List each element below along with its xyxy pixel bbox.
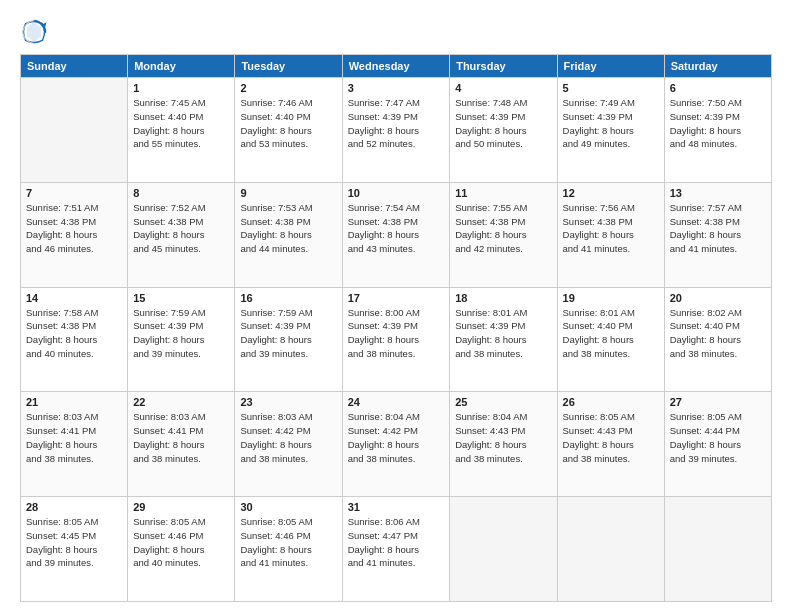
weekday-header: Sunday [21,55,128,78]
calendar-cell: 8Sunrise: 7:52 AMSunset: 4:38 PMDaylight… [128,182,235,287]
weekday-header: Friday [557,55,664,78]
calendar-cell: 21Sunrise: 8:03 AMSunset: 4:41 PMDayligh… [21,392,128,497]
day-number: 19 [563,292,659,304]
day-number: 17 [348,292,445,304]
calendar-cell: 28Sunrise: 8:05 AMSunset: 4:45 PMDayligh… [21,497,128,602]
day-number: 21 [26,396,122,408]
calendar-cell: 26Sunrise: 8:05 AMSunset: 4:43 PMDayligh… [557,392,664,497]
calendar-cell: 18Sunrise: 8:01 AMSunset: 4:39 PMDayligh… [450,287,557,392]
day-info: Sunrise: 8:05 AMSunset: 4:43 PMDaylight:… [563,410,659,465]
calendar-cell: 27Sunrise: 8:05 AMSunset: 4:44 PMDayligh… [664,392,771,497]
calendar-cell: 4Sunrise: 7:48 AMSunset: 4:39 PMDaylight… [450,78,557,183]
day-number: 18 [455,292,551,304]
day-info: Sunrise: 7:58 AMSunset: 4:38 PMDaylight:… [26,306,122,361]
day-number: 22 [133,396,229,408]
day-number: 5 [563,82,659,94]
day-number: 16 [240,292,336,304]
calendar-cell: 7Sunrise: 7:51 AMSunset: 4:38 PMDaylight… [21,182,128,287]
day-number: 13 [670,187,766,199]
calendar-week-row: 28Sunrise: 8:05 AMSunset: 4:45 PMDayligh… [21,497,772,602]
day-info: Sunrise: 7:54 AMSunset: 4:38 PMDaylight:… [348,201,445,256]
calendar-week-row: 21Sunrise: 8:03 AMSunset: 4:41 PMDayligh… [21,392,772,497]
day-number: 26 [563,396,659,408]
weekday-header: Tuesday [235,55,342,78]
day-info: Sunrise: 7:45 AMSunset: 4:40 PMDaylight:… [133,96,229,151]
calendar-cell: 30Sunrise: 8:05 AMSunset: 4:46 PMDayligh… [235,497,342,602]
day-number: 27 [670,396,766,408]
calendar-cell: 29Sunrise: 8:05 AMSunset: 4:46 PMDayligh… [128,497,235,602]
day-number: 14 [26,292,122,304]
day-number: 15 [133,292,229,304]
day-info: Sunrise: 8:05 AMSunset: 4:46 PMDaylight:… [240,515,336,570]
day-info: Sunrise: 7:50 AMSunset: 4:39 PMDaylight:… [670,96,766,151]
calendar-cell: 17Sunrise: 8:00 AMSunset: 4:39 PMDayligh… [342,287,450,392]
day-info: Sunrise: 7:53 AMSunset: 4:38 PMDaylight:… [240,201,336,256]
day-number: 30 [240,501,336,513]
day-info: Sunrise: 8:03 AMSunset: 4:41 PMDaylight:… [133,410,229,465]
calendar-cell [450,497,557,602]
day-number: 12 [563,187,659,199]
day-info: Sunrise: 8:03 AMSunset: 4:41 PMDaylight:… [26,410,122,465]
calendar-cell: 19Sunrise: 8:01 AMSunset: 4:40 PMDayligh… [557,287,664,392]
page: SundayMondayTuesdayWednesdayThursdayFrid… [0,0,792,612]
calendar-body: 1Sunrise: 7:45 AMSunset: 4:40 PMDaylight… [21,78,772,602]
day-number: 4 [455,82,551,94]
day-number: 28 [26,501,122,513]
calendar-cell: 13Sunrise: 7:57 AMSunset: 4:38 PMDayligh… [664,182,771,287]
calendar-cell [557,497,664,602]
day-number: 7 [26,187,122,199]
calendar-cell: 23Sunrise: 8:03 AMSunset: 4:42 PMDayligh… [235,392,342,497]
calendar-cell: 3Sunrise: 7:47 AMSunset: 4:39 PMDaylight… [342,78,450,183]
day-number: 3 [348,82,445,94]
day-info: Sunrise: 7:49 AMSunset: 4:39 PMDaylight:… [563,96,659,151]
calendar-cell: 16Sunrise: 7:59 AMSunset: 4:39 PMDayligh… [235,287,342,392]
calendar-cell: 12Sunrise: 7:56 AMSunset: 4:38 PMDayligh… [557,182,664,287]
calendar-cell: 14Sunrise: 7:58 AMSunset: 4:38 PMDayligh… [21,287,128,392]
calendar-cell: 15Sunrise: 7:59 AMSunset: 4:39 PMDayligh… [128,287,235,392]
day-info: Sunrise: 8:03 AMSunset: 4:42 PMDaylight:… [240,410,336,465]
weekday-header: Saturday [664,55,771,78]
day-info: Sunrise: 7:46 AMSunset: 4:40 PMDaylight:… [240,96,336,151]
day-info: Sunrise: 7:59 AMSunset: 4:39 PMDaylight:… [133,306,229,361]
calendar-cell: 25Sunrise: 8:04 AMSunset: 4:43 PMDayligh… [450,392,557,497]
day-number: 11 [455,187,551,199]
calendar-cell: 20Sunrise: 8:02 AMSunset: 4:40 PMDayligh… [664,287,771,392]
day-info: Sunrise: 7:52 AMSunset: 4:38 PMDaylight:… [133,201,229,256]
day-info: Sunrise: 8:06 AMSunset: 4:47 PMDaylight:… [348,515,445,570]
calendar-week-row: 1Sunrise: 7:45 AMSunset: 4:40 PMDaylight… [21,78,772,183]
day-info: Sunrise: 8:05 AMSunset: 4:46 PMDaylight:… [133,515,229,570]
day-info: Sunrise: 8:01 AMSunset: 4:40 PMDaylight:… [563,306,659,361]
day-info: Sunrise: 8:00 AMSunset: 4:39 PMDaylight:… [348,306,445,361]
header [20,18,772,46]
calendar-cell: 6Sunrise: 7:50 AMSunset: 4:39 PMDaylight… [664,78,771,183]
day-info: Sunrise: 7:48 AMSunset: 4:39 PMDaylight:… [455,96,551,151]
calendar-cell: 9Sunrise: 7:53 AMSunset: 4:38 PMDaylight… [235,182,342,287]
weekday-header: Thursday [450,55,557,78]
calendar-cell [21,78,128,183]
day-info: Sunrise: 8:05 AMSunset: 4:44 PMDaylight:… [670,410,766,465]
day-number: 23 [240,396,336,408]
day-number: 29 [133,501,229,513]
day-info: Sunrise: 7:57 AMSunset: 4:38 PMDaylight:… [670,201,766,256]
calendar-week-row: 7Sunrise: 7:51 AMSunset: 4:38 PMDaylight… [21,182,772,287]
day-info: Sunrise: 8:04 AMSunset: 4:42 PMDaylight:… [348,410,445,465]
calendar-cell: 5Sunrise: 7:49 AMSunset: 4:39 PMDaylight… [557,78,664,183]
day-info: Sunrise: 8:01 AMSunset: 4:39 PMDaylight:… [455,306,551,361]
calendar-cell: 24Sunrise: 8:04 AMSunset: 4:42 PMDayligh… [342,392,450,497]
calendar-cell [664,497,771,602]
day-number: 31 [348,501,445,513]
day-info: Sunrise: 8:05 AMSunset: 4:45 PMDaylight:… [26,515,122,570]
day-info: Sunrise: 7:51 AMSunset: 4:38 PMDaylight:… [26,201,122,256]
day-number: 25 [455,396,551,408]
weekday-row: SundayMondayTuesdayWednesdayThursdayFrid… [21,55,772,78]
day-number: 9 [240,187,336,199]
logo-icon [20,18,48,46]
weekday-header: Monday [128,55,235,78]
calendar-header: SundayMondayTuesdayWednesdayThursdayFrid… [21,55,772,78]
calendar-cell: 2Sunrise: 7:46 AMSunset: 4:40 PMDaylight… [235,78,342,183]
calendar-cell: 10Sunrise: 7:54 AMSunset: 4:38 PMDayligh… [342,182,450,287]
day-number: 24 [348,396,445,408]
day-number: 6 [670,82,766,94]
calendar-cell: 22Sunrise: 8:03 AMSunset: 4:41 PMDayligh… [128,392,235,497]
day-number: 2 [240,82,336,94]
